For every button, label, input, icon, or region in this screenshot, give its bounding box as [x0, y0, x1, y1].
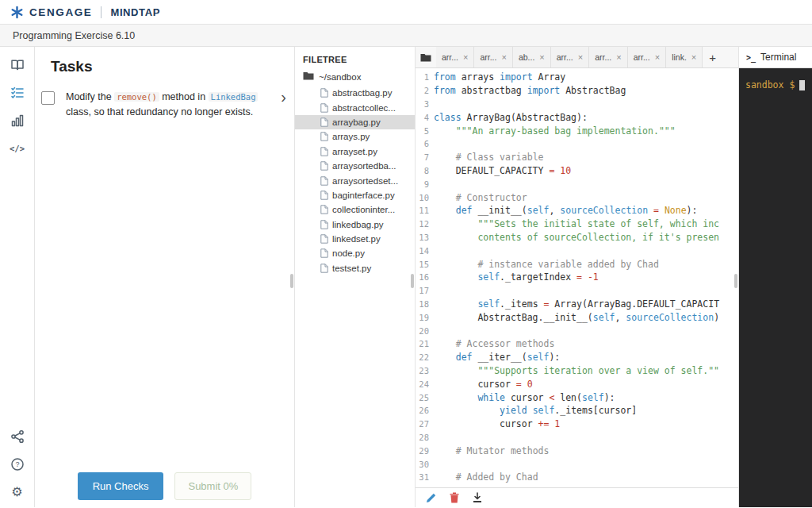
- file-item[interactable]: arrays.py: [295, 129, 415, 144]
- code-line[interactable]: 13 contents of sourceCollection, if it's…: [416, 231, 738, 244]
- run-checks-button[interactable]: Run Checks: [78, 472, 164, 500]
- code-line[interactable]: 10 # Constructor: [416, 190, 738, 204]
- file-list: abstractbag.pyabstractcollec...arraybag.…: [295, 86, 415, 275]
- code-line[interactable]: 16 self._targetIndex = -1: [416, 271, 738, 284]
- share-icon[interactable]: [10, 429, 25, 444]
- help-icon[interactable]: ?: [10, 457, 25, 471]
- code-line[interactable]: 19 AbstractBag.__init__(self, sourceColl…: [416, 310, 738, 324]
- code-line[interactable]: 24 cursor = 0: [416, 377, 738, 391]
- progress-chart-icon[interactable]: [10, 114, 25, 128]
- editor-tab[interactable]: arr...×: [436, 47, 474, 67]
- code-line[interactable]: 21 # Accessor methods: [416, 337, 738, 351]
- code-line[interactable]: 9: [416, 177, 738, 190]
- code-line[interactable]: 25 while cursor < len(self):: [416, 391, 738, 404]
- delete-trash-icon[interactable]: [450, 492, 459, 503]
- code-line[interactable]: 14: [416, 244, 738, 257]
- file-item[interactable]: arrayset.py: [295, 144, 415, 159]
- tab-close-icon[interactable]: ×: [578, 52, 583, 62]
- code-line[interactable]: 12 """Sets the initial state of self, wh…: [416, 217, 738, 231]
- line-number: 28: [416, 433, 434, 442]
- file-item[interactable]: arraybag.py: [295, 115, 415, 129]
- file-name: arraybag.py: [332, 117, 381, 127]
- editor-tab[interactable]: arr...×: [551, 47, 589, 67]
- file-item[interactable]: abstractbag.py: [295, 86, 415, 100]
- code-view-icon[interactable]: </>: [10, 141, 25, 156]
- terminal-body[interactable]: sandbox $: [739, 68, 812, 507]
- tab-close-icon[interactable]: ×: [539, 52, 544, 62]
- file-item[interactable]: arraysortedba...: [295, 159, 415, 173]
- line-number: 27: [416, 419, 434, 429]
- code-line[interactable]: 29 # Mutator methods: [416, 444, 738, 457]
- editor-tab[interactable]: ab...×: [513, 47, 551, 67]
- terminal-prompt: sandbox $: [745, 79, 795, 90]
- code-text: contents of sourceCollection, if it's pr…: [434, 232, 719, 243]
- settings-gear-icon[interactable]: ⚙: [10, 485, 25, 499]
- editor-tab[interactable]: arr...×: [474, 47, 512, 67]
- tab-close-icon[interactable]: ×: [655, 52, 660, 62]
- main-content: </> ? ⚙ Tasks Modify the remove() method…: [0, 47, 812, 507]
- file-item[interactable]: abstractcollec...: [295, 100, 415, 114]
- code-line[interactable]: 2from abstractbag import AbstractBag: [416, 84, 738, 98]
- file-item[interactable]: baginterface.py: [295, 188, 415, 202]
- tasks-scrollbar-thumb[interactable]: [290, 274, 293, 288]
- editor-tab[interactable]: link.×: [666, 47, 703, 67]
- code-line[interactable]: 26 yield self._items[cursor]: [416, 404, 738, 418]
- file-item[interactable]: node.py: [295, 246, 415, 260]
- file-item[interactable]: collectioninter...: [295, 202, 415, 217]
- code-line[interactable]: 31 # Added by Chad: [416, 471, 738, 484]
- tasks-heading: Tasks: [51, 58, 294, 75]
- editor-tab[interactable]: arr...×: [589, 47, 627, 67]
- tab-close-icon[interactable]: ×: [691, 52, 696, 62]
- code-line[interactable]: 28: [416, 431, 738, 444]
- code-line[interactable]: 15 # instance variable added by Chad: [416, 257, 738, 271]
- task-text-segment: class, so that redundancy no longer exis…: [66, 106, 253, 117]
- line-number: 12: [416, 219, 434, 229]
- task-expand-chevron-icon[interactable]: ›: [281, 90, 286, 104]
- code-line[interactable]: 1from arrays import Array: [416, 71, 738, 84]
- filetree-root[interactable]: ~/sandbox: [303, 71, 415, 82]
- code-line[interactable]: 22 def __iter__(self):: [416, 351, 738, 364]
- code-line[interactable]: 6: [416, 137, 738, 151]
- code-line[interactable]: 18 self._items = Array(ArrayBag.DEFAULT_…: [416, 298, 738, 311]
- editor-scrollbar-thumb[interactable]: [734, 274, 737, 288]
- code-line[interactable]: 30: [416, 457, 738, 471]
- tasks-icon[interactable]: [10, 86, 25, 100]
- reader-icon[interactable]: [10, 58, 25, 72]
- code-line[interactable]: 3: [416, 98, 738, 111]
- editor-tab[interactable]: arr...×: [628, 47, 666, 67]
- file-item[interactable]: testset.py: [295, 261, 415, 275]
- file-item[interactable]: arraysortedset...: [295, 173, 415, 187]
- file-item[interactable]: linkedbag.py: [295, 217, 415, 232]
- code-line[interactable]: 4class ArrayBag(AbstractBag):: [416, 110, 738, 124]
- code-line[interactable]: 20: [416, 324, 738, 337]
- code-line[interactable]: 7 # Class variable: [416, 151, 738, 164]
- new-tab-button[interactable]: +: [703, 47, 722, 67]
- tab-close-icon[interactable]: ×: [501, 52, 506, 62]
- file-icon: [320, 248, 328, 258]
- line-number: 14: [416, 246, 434, 256]
- code-line[interactable]: 11 def __init__(self, sourceCollection =…: [416, 204, 738, 217]
- task-checkbox[interactable]: [41, 91, 55, 105]
- download-icon[interactable]: [473, 492, 482, 503]
- line-number: 20: [416, 326, 434, 336]
- code-line[interactable]: 23 """Supports iteration over a view of …: [416, 364, 738, 378]
- file-icon: [320, 132, 328, 141]
- code-line[interactable]: 5 """An array-based bag implementation."…: [416, 124, 738, 137]
- exercise-title-bar: Programming Exercise 6.10: [0, 25, 812, 47]
- terminal-tab[interactable]: >_ Terminal: [739, 47, 812, 68]
- file-item[interactable]: linkedset.py: [295, 232, 415, 246]
- code-line[interactable]: 8 DEFAULT_CAPACITY = 10: [416, 164, 738, 178]
- exercise-title: Programming Exercise 6.10: [13, 30, 135, 41]
- editor-tabbar: arr...×arr...×ab...×arr...×arr...×arr...…: [416, 47, 738, 68]
- filetree-scrollbar-thumb[interactable]: [411, 274, 414, 288]
- tab-close-icon[interactable]: ×: [463, 52, 468, 62]
- code-line[interactable]: 27 cursor += 1: [416, 418, 738, 431]
- code-line[interactable]: 17: [416, 284, 738, 298]
- tab-close-icon[interactable]: ×: [616, 52, 621, 62]
- files-drawer-icon[interactable]: [416, 47, 436, 67]
- task-item[interactable]: Modify the remove() method in LinkedBag …: [41, 90, 286, 121]
- edit-pencil-icon[interactable]: [426, 493, 436, 503]
- code-area[interactable]: 1from arrays import Array2from abstractb…: [416, 68, 738, 487]
- submit-button[interactable]: Submit 0%: [174, 472, 251, 500]
- line-number: 15: [416, 260, 434, 269]
